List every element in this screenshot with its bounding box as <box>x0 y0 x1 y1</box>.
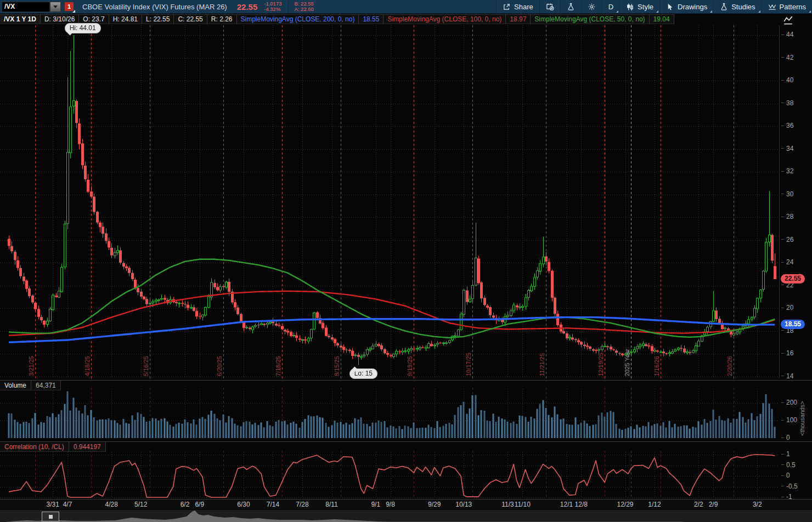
chart-symbol-timeframe[interactable]: /VX 1 Y 1D <box>0 14 41 24</box>
year-line-label: 2025 Year <box>624 349 630 376</box>
toolbar-button-studies[interactable]: Studies <box>713 0 761 14</box>
price-axis-label: 28 <box>781 213 793 220</box>
price-axis-label: 38 <box>781 99 793 107</box>
high-marker-label: Hi: 44.01 <box>70 24 96 32</box>
gear-icon <box>588 3 596 11</box>
date-axis-label: 12/8 <box>569 501 593 508</box>
price-axis-label: 36 <box>781 122 793 129</box>
toolbar-button-flask[interactable] <box>560 0 581 14</box>
date-axis-label: 2/9 <box>701 501 725 508</box>
toolbar-button-style[interactable]: Style <box>619 0 659 14</box>
ask-value: A: 22.60 <box>294 7 313 13</box>
calendar-clock-icon <box>546 3 554 11</box>
expiry-line-label: 9/19/25 <box>407 356 413 376</box>
chevron-down-icon <box>53 5 58 8</box>
date-axis-label: 4/7 <box>55 501 80 508</box>
expiry-line-label: 12/19/25 <box>597 353 604 376</box>
correlation-axis-label: 0.5 <box>781 461 796 469</box>
toolbar-button-calendar-clock[interactable] <box>539 0 560 14</box>
last-price: 22.55 <box>237 2 258 12</box>
cursor-icon <box>666 3 674 11</box>
price-axis-label: 26 <box>781 236 793 243</box>
correlation-chart-canvas[interactable] <box>0 442 779 499</box>
symbol-input[interactable] <box>2 2 50 12</box>
date-axis-label: 9/8 <box>379 501 403 508</box>
correlation-axis-label: -0.5 <box>781 483 798 490</box>
last-price-axis-bubble: 22.55 <box>781 274 805 283</box>
price-change-block: -1.0173 -4.32% <box>264 1 281 13</box>
panel-divider <box>0 380 812 381</box>
top-toolbar: 1 CBOE Volatility Index (VIX) Futures (M… <box>0 0 812 14</box>
toolbar-button-share[interactable]: Share <box>496 0 539 14</box>
toolbar-button-patterns[interactable]: Patterns <box>762 0 812 14</box>
chevron-corner-icon <box>809 10 811 13</box>
patterns-icon <box>768 3 776 11</box>
toolbar-button-gear[interactable] <box>581 0 602 14</box>
correlation-panel-header: Correlation (10, /CL) 0.944197 <box>0 442 106 452</box>
date-axis-label: 8/11 <box>320 501 344 508</box>
chevron-corner-icon <box>710 10 712 13</box>
date-axis-label: 1/12 <box>642 501 667 508</box>
expiry-line-label: 4/18/25 <box>84 356 91 376</box>
toolbar-buttons: ShareDStyleDrawingsStudiesPatterns <box>496 0 812 14</box>
chart-tools-icon[interactable] <box>783 16 793 24</box>
correlation-axis-label: 0 <box>781 472 790 479</box>
volume-chart-canvas[interactable] <box>0 380 779 442</box>
symbol-dropdown-button[interactable] <box>50 2 61 12</box>
study-value-2: 19.04 <box>650 14 674 24</box>
price-change-percent: -4.32% <box>264 7 281 13</box>
low-marker-label: Lo: 15 <box>354 370 373 377</box>
ohlc-field: H: 24.81 <box>109 14 142 24</box>
date-axis-label: 10/13 <box>452 501 476 508</box>
expiry-line-label: 6/20/25 <box>216 356 223 376</box>
study-label-0[interactable]: SimpleMovingAvg (CLOSE, 200, 0, no) <box>237 14 359 24</box>
price-axis-label: 16 <box>781 349 793 357</box>
price-chart-canvas[interactable] <box>0 25 779 378</box>
chevron-corner-icon <box>656 10 658 13</box>
study-label-1[interactable]: SimpleMovingAvg (CLOSE, 100, 0, no) <box>384 14 506 24</box>
date-axis-label: 4/28 <box>99 501 123 508</box>
ohlc-field: L: 22.55 <box>142 14 174 24</box>
correlation-axis-label: -1 <box>781 493 792 501</box>
date-axis-label: 7/28 <box>290 501 314 508</box>
instrument-title: CBOE Volatility Index (VIX) Futures (MAR… <box>82 3 227 11</box>
expiry-line-label: 10/17/25 <box>465 353 472 376</box>
toolbar-button-label: Share <box>514 3 533 11</box>
chevron-corner-icon <box>758 10 760 13</box>
date-axis-label: 7/14 <box>261 501 285 508</box>
high-marker-bubble: Hi: 44.01 <box>65 23 101 33</box>
expiry-line-label: 5/16/25 <box>143 356 149 376</box>
price-axis-label: 34 <box>781 145 793 152</box>
toolbar-button-drawings[interactable]: Drawings <box>659 0 713 14</box>
bid-ask-block: B: 22.55 A: 22.60 <box>288 1 313 13</box>
share-icon <box>503 3 511 11</box>
study-label-2[interactable]: SimpleMovingAvg (CLOSE, 50, 0, no) <box>531 14 649 24</box>
price-axis-label: 40 <box>781 76 793 84</box>
timeline-overview <box>5 510 686 522</box>
studies-legend: SimpleMovingAvg (CLOSE, 200, 0, no)18.55… <box>237 14 674 24</box>
chart-legend-row: /VX 1 Y 1D D: 3/10/26O: 23.7H: 24.81L: 2… <box>0 14 674 24</box>
date-axis-label: 6/9 <box>188 501 212 508</box>
timeline-scroll-handle[interactable] <box>42 512 59 521</box>
expiry-line-label: 2/20/26 <box>726 356 733 376</box>
toolbar-button-d[interactable]: D <box>602 0 619 14</box>
correlation-title[interactable]: Correlation (10, /CL) <box>0 442 69 452</box>
price-axis[interactable]: 22.55 18.55 4442403836343230282624222018… <box>779 25 812 378</box>
date-axis[interactable]: 3/314/74/285/126/26/96/307/147/288/119/1… <box>0 499 812 509</box>
price-axis-label: 20 <box>781 304 793 311</box>
correlation-axis-label: 1 <box>781 450 790 458</box>
volume-value: 64,371 <box>31 381 61 390</box>
study-value-0: 18.55 <box>359 14 384 24</box>
price-axis-label: 32 <box>781 167 793 175</box>
toolbar-button-label: Patterns <box>780 3 806 11</box>
volume-unit-label: <thousands> <box>799 401 805 436</box>
alert-count-badge[interactable]: 1 <box>65 2 74 11</box>
price-axis-label: 30 <box>781 190 793 198</box>
volume-axis-label: 200 <box>781 399 797 406</box>
ohlc-field: C: 22.55 <box>174 14 207 24</box>
date-axis-label: 11/10 <box>510 501 534 508</box>
date-axis-label: 6/30 <box>232 501 256 508</box>
volume-title[interactable]: Volume <box>0 381 31 390</box>
study-value-1: 18.97 <box>506 14 531 24</box>
panel-divider <box>0 441 812 442</box>
